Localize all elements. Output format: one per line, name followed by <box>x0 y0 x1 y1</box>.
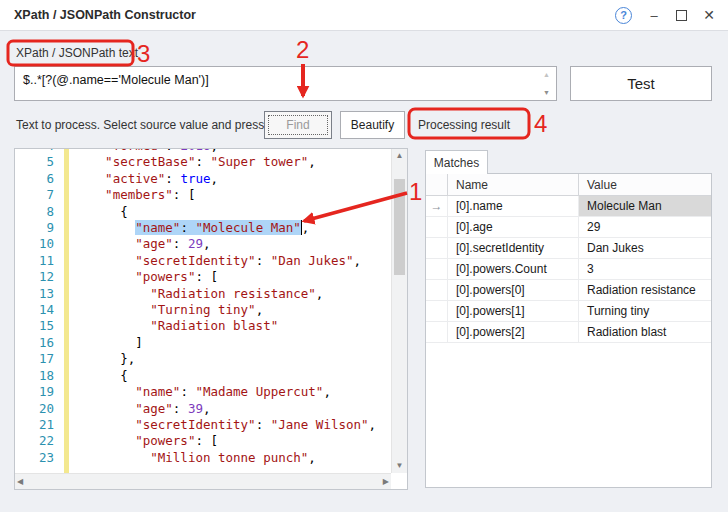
code-line[interactable]: 16 ] <box>16 335 391 351</box>
scroll-up-icon[interactable]: ▲ <box>392 149 407 163</box>
code-viewport[interactable]: 4 "formed": 2016,5 "secretBase": "Super … <box>16 149 391 473</box>
code-line[interactable]: 15 "Radiation blast" <box>16 318 391 334</box>
code-line[interactable]: 23 "Million tonne punch", <box>16 450 391 466</box>
match-row[interactable]: [0].powers[2]Radiation blast <box>426 322 711 343</box>
match-value-cell[interactable]: Radiation blast <box>579 322 711 342</box>
scroll-left-icon[interactable]: ◀ <box>17 474 23 489</box>
row-indicator <box>426 259 448 279</box>
row-indicator <box>426 280 448 300</box>
match-row[interactable]: →[0].nameMolecule Man <box>426 196 711 217</box>
minimize-icon[interactable]: – <box>647 8 661 23</box>
help-icon[interactable]: ? <box>615 7 632 24</box>
match-value-cell[interactable]: 3 <box>579 259 711 279</box>
code-line[interactable]: 17 }, <box>16 351 391 367</box>
xpath-jsonpath-constructor-window: XPath / JSONPath Constructor ? – ✕ XPath… <box>0 0 728 512</box>
match-name-cell[interactable]: [0].powers[0] <box>448 280 579 300</box>
name-column-header[interactable]: Name <box>448 174 579 195</box>
code-lines: 4 "formed": 2016,5 "secretBase": "Super … <box>16 149 391 466</box>
test-button[interactable]: Test <box>570 66 712 101</box>
changed-lines-bar <box>64 149 69 473</box>
match-name-cell[interactable]: [0].powers[1] <box>448 301 579 321</box>
match-row[interactable]: [0].powers[0]Radiation resistance <box>426 280 711 301</box>
code-line[interactable]: 11 "secretIdentity": "Dan Jukes", <box>16 253 391 269</box>
line-number: 18 <box>16 368 62 384</box>
tab-matches[interactable]: Matches <box>425 150 488 174</box>
line-number: 20 <box>16 401 62 417</box>
code-line[interactable]: 13 "Radiation resistance", <box>16 286 391 302</box>
matches-body: →[0].nameMolecule Man[0].age29[0].secret… <box>426 196 711 343</box>
match-name-cell[interactable]: [0].secretIdentity <box>448 238 579 258</box>
line-number: 17 <box>16 351 62 367</box>
row-indicator <box>426 238 448 258</box>
line-number: 9 <box>16 220 62 236</box>
line-number: 14 <box>16 302 62 318</box>
code-line[interactable]: 14 "Turning tiny", <box>16 302 391 318</box>
match-row[interactable]: [0].age29 <box>426 217 711 238</box>
match-value-cell[interactable]: Turning tiny <box>579 301 711 321</box>
instruction-text: Text to process. Select source value and… <box>16 118 264 132</box>
code-line[interactable]: 12 "powers": [ <box>16 269 391 285</box>
match-row[interactable]: [0].powers.Count3 <box>426 259 711 280</box>
title-bar: XPath / JSONPath Constructor ? – ✕ <box>0 0 728 31</box>
code-line[interactable]: 22 "powers": [ <box>16 433 391 449</box>
code-line[interactable]: 9 "name": "Molecule Man", <box>16 220 391 236</box>
code-line[interactable]: 8 { <box>16 204 391 220</box>
line-number: 22 <box>16 433 62 449</box>
beautify-button[interactable]: Beautify <box>340 111 405 139</box>
match-value-cell[interactable]: Dan Jukes <box>579 238 711 258</box>
json-source-editor[interactable]: 4 "formed": 2016,5 "secretBase": "Super … <box>14 148 408 490</box>
annotation-number-3: 3 <box>137 40 150 68</box>
vertical-scroll-thumb[interactable] <box>394 179 405 275</box>
annotation-number-1: 1 <box>409 178 422 206</box>
match-value-cell[interactable]: Molecule Man <box>579 196 711 216</box>
line-number: 10 <box>16 236 62 252</box>
matches-panel: Name Value →[0].nameMolecule Man[0].age2… <box>425 173 712 488</box>
annotation-number-2: 2 <box>296 36 309 64</box>
code-line[interactable]: 5 "secretBase": "Super tower", <box>16 154 391 170</box>
line-number: 8 <box>16 204 62 220</box>
line-number: 19 <box>16 384 62 400</box>
line-number: 5 <box>16 154 62 170</box>
scroll-down-icon[interactable]: ▼ <box>392 459 407 473</box>
query-label: XPath / JSONPath text <box>16 46 138 60</box>
code-line[interactable]: 18 { <box>16 368 391 384</box>
code-line[interactable]: 21 "secretIdentity": "Jane Wilson", <box>16 417 391 433</box>
match-row[interactable]: [0].powers[1]Turning tiny <box>426 301 711 322</box>
row-indicator <box>426 301 448 321</box>
value-column-header[interactable]: Value <box>579 174 711 195</box>
line-number: 11 <box>16 253 62 269</box>
match-value-cell[interactable]: Radiation resistance <box>579 280 711 300</box>
annotation-number-4: 4 <box>534 110 547 138</box>
row-indicator <box>426 322 448 342</box>
code-line[interactable]: 7 "members": [ <box>16 187 391 203</box>
query-input-spinner[interactable]: ▲ ▼ <box>538 68 555 99</box>
find-button[interactable]: Find <box>264 111 332 139</box>
code-line[interactable]: 10 "age": 29, <box>16 236 391 252</box>
match-row[interactable]: [0].secretIdentityDan Jukes <box>426 238 711 259</box>
match-name-cell[interactable]: [0].age <box>448 217 579 237</box>
row-indicator <box>426 217 448 237</box>
line-number: 16 <box>16 335 62 351</box>
row-indicator: → <box>426 196 448 216</box>
code-line[interactable]: 19 "name": "Madame Uppercut", <box>16 384 391 400</box>
editor-vertical-scrollbar[interactable]: ▲ ▼ <box>391 149 407 473</box>
maximize-icon[interactable] <box>676 10 687 21</box>
code-line[interactable]: 20 "age": 39, <box>16 401 391 417</box>
row-indicator-column-header <box>426 174 448 195</box>
line-number: 23 <box>16 450 62 466</box>
line-number: 21 <box>16 417 62 433</box>
close-icon[interactable]: ✕ <box>702 7 716 23</box>
match-value-cell[interactable]: 29 <box>579 217 711 237</box>
match-name-cell[interactable]: [0].powers[2] <box>448 322 579 342</box>
match-name-cell[interactable]: [0].powers.Count <box>448 259 579 279</box>
window-title: XPath / JSONPath Constructor <box>0 8 196 22</box>
spinner-up-icon[interactable]: ▲ <box>543 71 550 78</box>
query-input[interactable]: $..*[?(@.name=='Molecule Man')] <box>14 66 557 101</box>
line-number: 7 <box>16 187 62 203</box>
line-number: 15 <box>16 318 62 334</box>
spinner-down-icon[interactable]: ▼ <box>543 89 550 96</box>
code-line[interactable]: 6 "active": true, <box>16 171 391 187</box>
scroll-right-icon[interactable]: ▶ <box>383 474 389 489</box>
editor-horizontal-scrollbar[interactable]: ◀ ▶ <box>15 473 391 489</box>
match-name-cell[interactable]: [0].name <box>448 196 579 216</box>
